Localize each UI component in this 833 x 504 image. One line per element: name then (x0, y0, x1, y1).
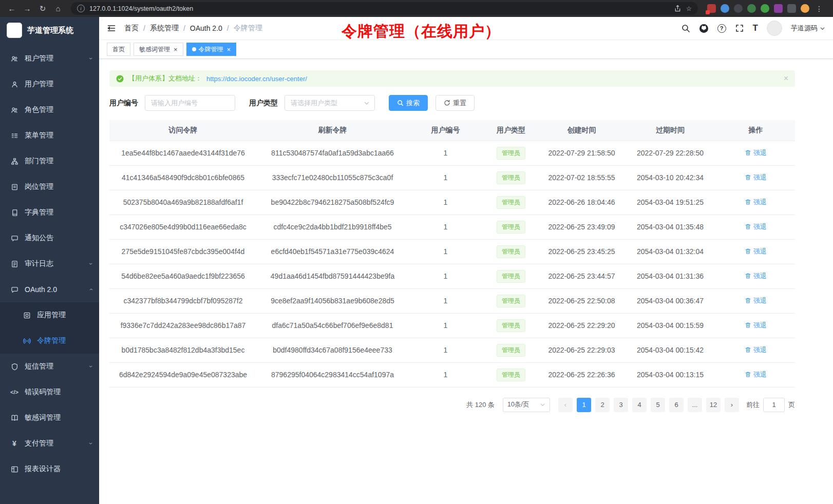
page-button-6[interactable]: 6 (669, 398, 684, 412)
sidebar-item-report[interactable]: 报表设计器 (0, 456, 99, 482)
sidebar-item-label: 支付管理 (25, 439, 84, 448)
force-logout-button[interactable]: 强退 (745, 345, 767, 355)
font-size-icon[interactable]: T (753, 23, 758, 33)
user-type-label: 用户类型 (249, 99, 278, 108)
sidebar-item-app[interactable]: 应用管理 (0, 302, 99, 328)
site-info-icon[interactable]: i (77, 5, 85, 12)
expire-time-cell: 2054-03-04 00:36:47 (624, 288, 716, 313)
force-logout-button[interactable]: 强退 (745, 173, 767, 182)
tab-2[interactable]: 令牌管理× (186, 43, 237, 56)
share-icon[interactable] (674, 5, 681, 12)
sidebar-item-pay[interactable]: ¥支付管理› (0, 431, 99, 456)
page-button-4[interactable]: 4 (632, 398, 647, 412)
page-button-3[interactable]: 3 (614, 398, 628, 412)
fullscreen-icon[interactable] (735, 24, 744, 33)
force-logout-label: 强退 (753, 321, 767, 330)
user-type-select[interactable]: 请选择用户类型 (285, 95, 375, 111)
sidebar-item-dept[interactable]: 部门管理 (0, 148, 99, 174)
extension-icon-5[interactable] (761, 4, 769, 13)
sidebar-item-menu[interactable]: 菜单管理 (0, 123, 99, 148)
sidebar-item-role[interactable]: 角色管理 (0, 97, 99, 123)
page-more-button[interactable]: ... (688, 398, 702, 412)
sidebar-item-token[interactable]: 令牌管理 (0, 328, 99, 354)
prev-page-button[interactable]: ‹ (558, 398, 573, 412)
search-button[interactable]: 搜索 (389, 95, 428, 111)
breadcrumb-item-0[interactable]: 首页 (124, 24, 139, 33)
force-logout-button[interactable]: 强退 (745, 296, 767, 305)
sidebar: 芋道管理系统 租户管理›用户管理角色管理菜单管理部门管理岗位管理字典管理通知公告… (0, 17, 99, 504)
sidebar-item-label: 部门管理 (25, 157, 92, 166)
tab-close-icon[interactable]: × (174, 46, 178, 53)
force-logout-button[interactable]: 强退 (745, 272, 767, 281)
user-menu[interactable]: 芋道源码 (791, 24, 825, 33)
force-logout-button[interactable]: 强退 (745, 247, 767, 256)
page-size-select[interactable]: 10条/页 (503, 398, 550, 412)
collapse-sidebar-icon[interactable] (107, 24, 116, 33)
refresh-token-cell: b0df4980ffd34c67a08f9156e4eee733 (257, 338, 408, 362)
bookmark-star-icon[interactable]: ☆ (686, 5, 692, 12)
force-logout-button[interactable]: 强退 (745, 370, 767, 379)
sidebar-item-user[interactable]: 用户管理 (0, 71, 99, 97)
user-id-input[interactable] (145, 95, 235, 111)
search-icon[interactable] (681, 24, 690, 33)
extension-icon-2[interactable] (721, 4, 729, 13)
force-logout-button[interactable]: 强退 (745, 222, 767, 231)
created-time-cell: 2022-06-26 18:04:46 (539, 190, 624, 215)
sidebar-item-tenant[interactable]: 租户管理› (0, 46, 99, 71)
page-button-2[interactable]: 2 (595, 398, 610, 412)
chevron-down-icon: › (87, 442, 94, 444)
user-type-badge: 管理员 (497, 295, 525, 307)
browser-menu-icon[interactable]: ⋮ (814, 5, 825, 13)
app-logo[interactable]: 芋道管理系统 (0, 17, 99, 44)
sidebar-item-notice[interactable]: 通知公告 (0, 225, 99, 251)
logo-image (7, 23, 22, 38)
reload-button[interactable]: ↻ (36, 2, 49, 15)
doc-link[interactable]: https://doc.iocoder.cn/user-center/ (206, 75, 307, 83)
breadcrumb-item-1[interactable]: 系统管理 (150, 24, 179, 33)
force-logout-button[interactable]: 强退 (745, 148, 767, 158)
extension-icon-3[interactable] (734, 4, 743, 13)
sidebar-item-dict[interactable]: 字典管理 (0, 200, 99, 225)
browser-profile-avatar[interactable] (801, 4, 809, 13)
help-icon[interactable]: ? (717, 24, 726, 33)
back-button[interactable]: ← (5, 2, 18, 15)
side-panel-icon[interactable] (787, 4, 796, 13)
github-icon[interactable] (699, 24, 709, 33)
sidebar-item-sms[interactable]: 短信管理› (0, 354, 99, 379)
url-bar[interactable]: i 127.0.0.1:1024/system/oauth2/token ☆ (71, 2, 698, 15)
extension-icon-4[interactable] (747, 4, 756, 13)
pagination: 共 120 条 10条/页 ‹ 123456...12 › 前往 页 (109, 398, 795, 412)
tab-1[interactable]: 敏感词管理× (134, 43, 183, 56)
table-row: 6d842e2924594de9a09e45e087323abe8796295f… (109, 362, 795, 387)
user-type-badge: 管理员 (497, 319, 525, 332)
goto-page-input[interactable] (763, 398, 785, 412)
access-token-cell: 6d842e2924594de9a09e45e087323abe (109, 362, 257, 387)
sidebar-item-label: 岗位管理 (25, 182, 92, 191)
sidebar-item-log[interactable]: 审计日志› (0, 251, 99, 277)
reset-button-label: 重置 (453, 99, 466, 108)
user-type-cell: 管理员 (483, 141, 539, 165)
tab-0[interactable]: 首页 (107, 43, 130, 56)
extension-icon-1[interactable] (707, 4, 716, 13)
expire-time-cell: 2054-03-10 20:42:34 (624, 165, 716, 190)
tab-close-icon[interactable]: × (227, 46, 231, 53)
sidebar-item-oauth[interactable]: OAuth 2.0› (0, 277, 99, 302)
force-logout-button[interactable]: 强退 (745, 198, 767, 207)
page-button-12[interactable]: 12 (706, 398, 721, 412)
page-button-1[interactable]: 1 (577, 398, 591, 412)
force-logout-button[interactable]: 强退 (745, 321, 767, 330)
goto-label: 前往 (746, 400, 760, 410)
column-header: 操作 (716, 120, 795, 141)
forward-button[interactable]: → (21, 2, 34, 15)
reset-button[interactable]: 重置 (436, 95, 475, 111)
sidebar-item-post[interactable]: 岗位管理 (0, 174, 99, 200)
next-page-button[interactable]: › (725, 398, 739, 412)
page-button-5[interactable]: 5 (651, 398, 665, 412)
sidebar-item-errcode[interactable]: </>错误码管理 (0, 379, 99, 405)
extensions-puzzle-icon[interactable] (774, 4, 783, 13)
sidebar-item-sensitive[interactable]: 敏感词管理 (0, 405, 99, 431)
home-button[interactable]: ⌂ (51, 2, 65, 15)
user-avatar[interactable] (767, 21, 782, 36)
alert-close-icon[interactable]: × (784, 74, 788, 83)
breadcrumb-item-2[interactable]: OAuth 2.0 (190, 24, 222, 32)
